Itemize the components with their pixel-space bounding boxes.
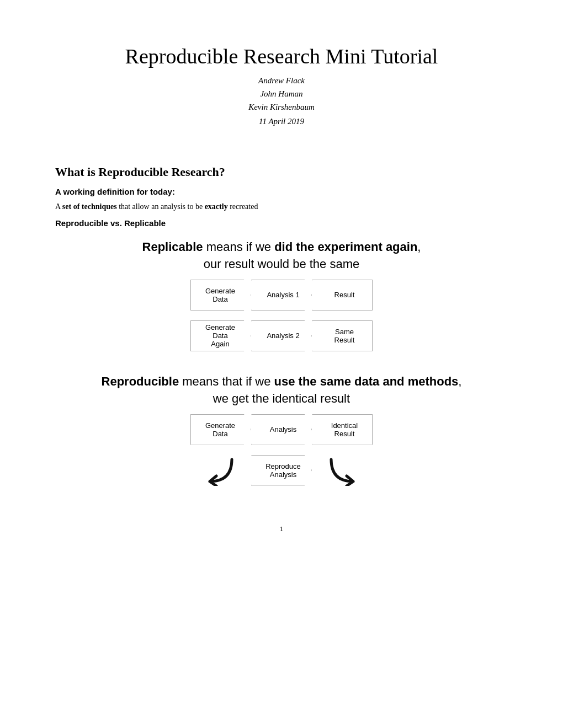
bold-set-of-techniques: set of techniques <box>62 202 117 211</box>
chevron-same-result: SameResult <box>312 320 373 351</box>
page-title: Reproducible Research Mini Tutorial <box>55 44 508 68</box>
chevron-reproduce-analysis: ReproduceAnalysis <box>251 455 312 486</box>
author-2: John Haman <box>55 87 508 100</box>
replic-vs-label: Reproducible vs. Replicable <box>55 218 508 228</box>
chevron-gen-data2: GenerateData <box>190 414 251 445</box>
reproducible-row1: GenerateData Analysis IdenticalResult <box>190 414 373 445</box>
authors-block: Andrew Flack John Haman Kevin Kirshenbau… <box>55 74 508 114</box>
chevron-analysis1: Analysis 1 <box>251 280 312 311</box>
page-number: 1 <box>55 524 508 533</box>
date: 11 April 2019 <box>55 117 508 126</box>
author-1: Andrew Flack <box>55 74 508 87</box>
replicable-row1: GenerateData Analysis 1 Result <box>190 280 373 311</box>
reproducible-label: Reproducible means that if we use the sa… <box>55 373 508 408</box>
chevron-generate-data-again: GenerateDataAgain <box>190 320 251 351</box>
subsection-title: A working definition for today: <box>55 187 508 196</box>
chevron-analysis2: Analysis 2 <box>251 320 312 351</box>
chevron-generate-data: GenerateData <box>190 280 251 311</box>
left-curve-arrow <box>190 455 251 486</box>
reproducible-row2: ReproduceAnalysis <box>190 455 373 486</box>
reproducible-diagram: Reproducible means that if we use the sa… <box>55 373 508 491</box>
replicable-diagram: Replicable means if we did the experimen… <box>55 239 508 357</box>
chevron-identical-result: IdenticalResult <box>312 414 373 445</box>
bold-exactly: exactly <box>205 202 228 211</box>
chevron-result1: Result <box>312 280 373 311</box>
chevron-analysis-repro: Analysis <box>251 414 312 445</box>
reproducible-flow: GenerateData Analysis IdenticalResult Re… <box>55 414 508 491</box>
right-curve-arrow <box>312 455 373 486</box>
section1-title: What is Reproducible Research? <box>55 165 508 179</box>
replicable-label: Replicable means if we did the experimen… <box>55 239 508 273</box>
author-3: Kevin Kirshenbaum <box>55 100 508 114</box>
definition-text: A set of techniques that allow an analys… <box>55 201 508 213</box>
replicable-row2: GenerateDataAgain Analysis 2 SameResult <box>190 320 373 351</box>
replicable-flow: GenerateData Analysis 1 Result GenerateD… <box>55 280 508 357</box>
